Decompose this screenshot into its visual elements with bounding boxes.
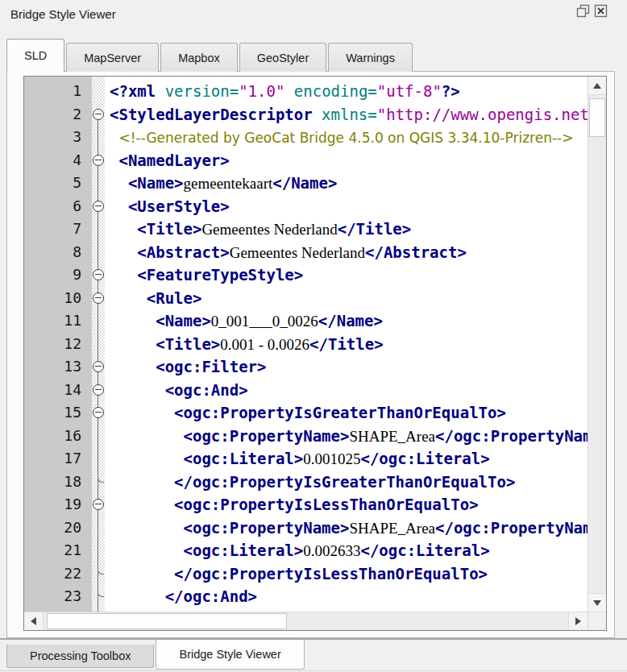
fold-collapse-marker[interactable] <box>92 195 105 218</box>
fold-margin-cell <box>92 126 105 149</box>
line-number: 6 <box>24 195 92 218</box>
scroll-up-button[interactable] <box>588 77 606 95</box>
line-number: 22 <box>24 562 92 586</box>
down-arrow-icon <box>593 600 601 606</box>
code-line: <ogc:PropertyName>SHAPE_Area</ogc:Proper… <box>105 516 588 540</box>
tab-mapserver[interactable]: MapServer <box>66 43 159 72</box>
sld-tab-pane: 1234567891011121314151617181920212223 <?… <box>6 71 615 638</box>
vertical-scrollbar[interactable] <box>588 77 606 630</box>
line-number: 8 <box>24 241 92 264</box>
line-number: 20 <box>24 516 92 540</box>
fold-collapse-marker[interactable] <box>92 103 105 127</box>
tab-warnings[interactable]: Warnings <box>328 43 413 72</box>
code-line: <Abstract>Gemeentes Nederland</Abstract> <box>105 241 588 264</box>
code-line: <FeatureTypeStyle> <box>105 263 588 287</box>
fold-end-marker <box>92 471 105 494</box>
line-number: 5 <box>24 172 92 195</box>
code-line: <UserStyle> <box>105 195 588 218</box>
scroll-right-button[interactable] <box>568 612 588 630</box>
fold-collapse-marker[interactable] <box>92 287 105 310</box>
left-arrow-icon <box>31 617 36 625</box>
code-line: <?xml version="1.0" encoding="utf-8"?> <box>105 80 588 103</box>
line-number: 11 <box>24 309 92 333</box>
line-number: 4 <box>24 149 92 172</box>
fold-margin-cell <box>92 80 105 103</box>
code-line: <ogc:And> <box>105 379 588 402</box>
horizontal-scroll-thumb[interactable] <box>47 613 287 629</box>
vertical-scroll-thumb[interactable] <box>589 98 605 137</box>
fold-margin-cell <box>92 539 105 562</box>
close-panel-button[interactable] <box>594 6 608 19</box>
line-number: 15 <box>24 401 92 425</box>
code-line: <Name>0_001___0_0026</Name> <box>105 309 588 333</box>
close-icon <box>594 4 608 21</box>
line-number: 7 <box>24 218 92 241</box>
titlebar-buttons <box>576 6 608 19</box>
code-line: <Name>gemeentekaart</Name> <box>105 172 588 195</box>
up-arrow-icon <box>593 83 601 89</box>
code-line: <Title>0.001 - 0.0026</Title> <box>105 333 588 356</box>
fold-end-marker <box>92 562 105 586</box>
fold-margin-cell <box>92 172 105 195</box>
line-number: 19 <box>24 493 92 516</box>
code-line: <ogc:Literal>0.001025</ogc:Literal> <box>105 447 588 471</box>
scrollbar-corner <box>588 612 606 630</box>
code-line: <StyledLayerDescriptor xmlns="http://www… <box>105 103 588 127</box>
code-line: <ogc:Filter> <box>105 355 588 379</box>
scroll-left-button[interactable] <box>24 612 44 630</box>
fold-collapse-marker[interactable] <box>92 149 105 172</box>
tab-sld[interactable]: SLD <box>6 39 64 72</box>
fold-collapse-marker[interactable] <box>92 355 105 379</box>
panel-title: Bridge Style Viewer <box>10 7 116 21</box>
fold-collapse-marker[interactable] <box>92 401 105 425</box>
float-icon <box>576 4 590 21</box>
line-number: 18 <box>24 471 92 494</box>
editor-content: 1234567891011121314151617181920212223 <?… <box>24 77 588 612</box>
fold-collapse-marker[interactable] <box>92 263 105 287</box>
bridge-style-viewer-panel: Bridge Style Viewer SLDMapServerMapboxGe… <box>0 0 627 672</box>
code-line: <!--Generated by GeoCat Bridge 4.5.0 on … <box>105 126 588 149</box>
vertical-scroll-track[interactable] <box>588 95 606 593</box>
dock-tab-processing-toolbox[interactable]: Processing Toolbox <box>6 645 154 668</box>
fold-end-marker <box>92 585 105 608</box>
fold-collapse-marker[interactable] <box>92 379 105 402</box>
fold-margin-cell <box>92 425 105 448</box>
line-number: 2 <box>24 103 92 127</box>
float-panel-button[interactable] <box>576 6 590 19</box>
line-number: 10 <box>24 287 92 310</box>
line-number-gutter: 1234567891011121314151617181920212223 <box>24 77 92 612</box>
line-number: 21 <box>24 539 92 562</box>
code-line: <ogc:Literal>0.002633</ogc:Literal> <box>105 539 588 562</box>
code-line: <Rule> <box>105 287 588 310</box>
line-number: 9 <box>24 263 92 287</box>
fold-margin-cell <box>92 447 105 471</box>
code-line: </ogc:PropertyIsLessThanOrEqualTo> <box>105 562 588 586</box>
bottom-edge-line <box>0 670 627 671</box>
fold-collapse-marker[interactable] <box>92 493 105 516</box>
sld-code-editor[interactable]: 1234567891011121314151617181920212223 <?… <box>23 76 607 631</box>
line-number: 13 <box>24 355 92 379</box>
top-tab-bar: SLDMapServerMapboxGeoStylerWarnings <box>6 39 414 72</box>
code-line: <Title>Gemeentes Nederland</Title> <box>105 218 588 241</box>
code-area[interactable]: <?xml version="1.0" encoding="utf-8"?><S… <box>105 77 588 612</box>
fold-margin-cell <box>92 333 105 356</box>
line-number: 23 <box>24 585 92 608</box>
editor-main: 1234567891011121314151617181920212223 <?… <box>24 77 588 630</box>
scroll-down-button[interactable] <box>588 593 606 612</box>
code-line: <ogc:PropertyIsLessThanOrEqualTo> <box>105 493 588 516</box>
line-number: 12 <box>24 333 92 356</box>
dock-tab-bridge-style-viewer[interactable]: Bridge Style Viewer <box>156 640 304 670</box>
fold-margin-cell <box>92 309 105 333</box>
bottom-dock-tab-bar: Processing ToolboxBridge Style Viewer <box>6 640 306 670</box>
horizontal-scrollbar[interactable] <box>24 612 588 630</box>
tab-mapbox[interactable]: Mapbox <box>160 43 238 72</box>
line-number: 3 <box>24 126 92 149</box>
fold-margin-cell <box>92 516 105 540</box>
right-arrow-icon <box>575 617 581 625</box>
fold-margin-cell <box>92 218 105 241</box>
code-line: <ogc:PropertyName>SHAPE_Area</ogc:Proper… <box>105 425 588 448</box>
tab-geostyler[interactable]: GeoStyler <box>239 43 326 72</box>
horizontal-scroll-track[interactable] <box>44 612 568 630</box>
code-line: </ogc:PropertyIsGreaterThanOrEqualTo> <box>105 471 588 494</box>
code-line: <NamedLayer> <box>105 149 588 172</box>
